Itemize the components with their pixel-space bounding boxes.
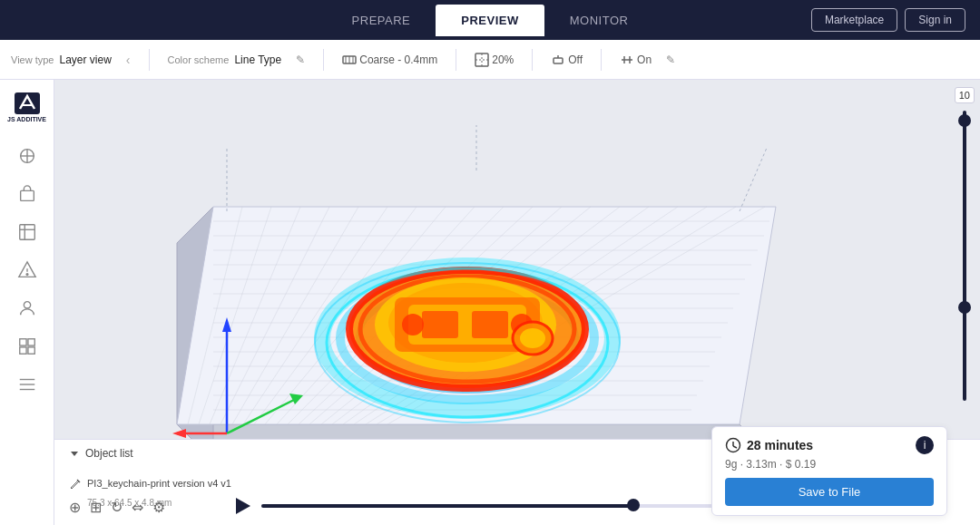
sidebar-tool-7[interactable] (9, 368, 45, 401)
object-list-header[interactable]: Object list (69, 447, 133, 460)
svg-marker-94 (71, 452, 78, 456)
tool-icon-5 (17, 298, 37, 318)
support-off-label: Off (568, 53, 583, 66)
svg-rect-76 (422, 311, 458, 338)
tab-monitor[interactable]: MONITOR (544, 5, 654, 36)
sidebar-tool-2[interactable] (9, 178, 45, 210)
tool-icon-3 (17, 222, 37, 242)
svg-point-79 (402, 314, 424, 335)
info-button[interactable]: i (916, 436, 934, 454)
pencil-icon (69, 477, 82, 490)
support-icon (551, 53, 565, 67)
tool-icon-6 (17, 336, 37, 356)
svg-rect-5 (554, 58, 563, 63)
save-to-file-button[interactable]: Save to File (725, 478, 934, 506)
svg-point-81 (520, 328, 545, 348)
resolution-group[interactable]: Coarse - 0.4mm (342, 53, 437, 67)
fill-pct-value: 20% (492, 53, 514, 66)
view-type-label: View type (11, 54, 54, 65)
svg-line-98 (733, 446, 737, 448)
tab-prepare[interactable]: PREPARE (327, 5, 436, 36)
adhesion-icon (620, 53, 634, 67)
adhesion-on-label: On (637, 53, 652, 66)
object-list-label: Object list (85, 447, 133, 460)
sidebar-tool-6[interactable] (9, 330, 45, 363)
resolution-value: Coarse - 0.4mm (359, 53, 437, 66)
play-button[interactable] (236, 498, 250, 514)
nav-right-buttons: Marketplace Sign in (811, 8, 965, 32)
layer-slider-thumb-bottom[interactable] (958, 301, 971, 314)
bottom-panel: Object list PI3_keychain-print version v… (54, 439, 980, 525)
adhesion-on-group[interactable]: On (620, 53, 652, 67)
print-detail: 9g · 3.13m · $ 0.19 (725, 458, 934, 471)
rotate-icon[interactable]: ↻ (111, 499, 122, 516)
support-off-group[interactable]: Off (551, 53, 583, 67)
svg-line-95 (77, 480, 80, 482)
marketplace-button[interactable]: Marketplace (811, 8, 897, 32)
svg-rect-15 (19, 225, 34, 240)
brand-name: JS ADDITIVE (7, 116, 46, 123)
left-sidebar: JS ADDITIVE (0, 80, 54, 525)
layer-slider-track[interactable] (963, 111, 966, 401)
svg-rect-24 (19, 347, 25, 354)
layer-number: 10 (955, 87, 975, 103)
settings-icon[interactable]: ⚙ (152, 499, 165, 516)
view-type-value[interactable]: Layer view (60, 53, 112, 66)
color-scheme-value[interactable]: Line Type (234, 53, 281, 66)
svg-rect-23 (27, 339, 34, 345)
progress-thumb[interactable] (627, 499, 640, 511)
svg-rect-4 (475, 53, 488, 66)
mirror-icon[interactable]: ⇔ (132, 499, 143, 516)
main-area: JS ADDITIVE (0, 80, 980, 525)
signin-button[interactable]: Sign in (905, 8, 965, 32)
tool-icon-7 (17, 374, 37, 394)
tool-icon-1 (17, 146, 37, 166)
sidebar-tool-5[interactable] (9, 292, 45, 325)
scale-icon[interactable]: ⊞ (90, 499, 102, 516)
svg-rect-25 (27, 347, 34, 354)
sidebar-tool-3[interactable] (9, 216, 45, 248)
tool-icon-4 (17, 260, 37, 280)
progress-track[interactable] (261, 504, 726, 508)
object-tool-icons: ⊕ ⊞ ↻ ⇔ ⚙ (69, 499, 165, 516)
view-type-chevron[interactable]: ‹ (126, 53, 131, 67)
clock-icon (725, 437, 741, 453)
divider-1 (149, 49, 150, 71)
divider-3 (456, 49, 456, 71)
color-scheme-edit[interactable]: ✎ (296, 53, 305, 66)
divider-2 (323, 49, 324, 71)
svg-rect-77 (472, 311, 508, 338)
svg-rect-14 (20, 190, 34, 200)
time-value: 28 minutes (747, 438, 813, 452)
sidebar-tool-1[interactable] (9, 140, 45, 172)
toolbar: View type Layer view ‹ Color scheme Line… (0, 40, 980, 80)
resolution-icon (342, 53, 357, 67)
playback-controls (236, 498, 726, 514)
fill-icon (475, 53, 489, 67)
tab-preview[interactable]: PREVIEW (436, 5, 544, 36)
view-type-group: View type Layer view (11, 53, 112, 66)
info-card: 28 minutes i 9g · 3.13m · $ 0.19 Save to… (711, 426, 947, 516)
viewport[interactable]: 10 Object list PI3_keychain-print versio… (54, 80, 980, 525)
logo: JS ADDITIVE (7, 87, 47, 127)
sidebar-tool-4[interactable] (9, 254, 45, 287)
top-nav: PREPARE PREVIEW MONITOR Marketplace Sign… (0, 0, 980, 40)
collapse-icon (69, 448, 80, 459)
brand-icon (13, 91, 42, 116)
tool-icon-2 (17, 184, 37, 204)
layer-slider-thumb-top[interactable] (958, 114, 971, 127)
color-scheme-label: Color scheme (168, 54, 230, 65)
layer-slider-panel: 10 (955, 87, 975, 404)
divider-5 (601, 49, 602, 71)
svg-point-21 (24, 302, 30, 308)
fill-pct-group[interactable]: 20% (475, 53, 514, 67)
info-time-row: 28 minutes i (725, 436, 934, 454)
move-icon[interactable]: ⊕ (69, 499, 81, 516)
nav-tabs: PREPARE PREVIEW MONITOR (327, 5, 654, 36)
progress-fill (261, 504, 633, 508)
svg-rect-22 (19, 339, 25, 345)
divider-4 (532, 49, 533, 71)
svg-point-20 (26, 274, 28, 276)
time-display: 28 minutes (725, 437, 813, 453)
adhesion-edit[interactable]: ✎ (666, 53, 675, 66)
